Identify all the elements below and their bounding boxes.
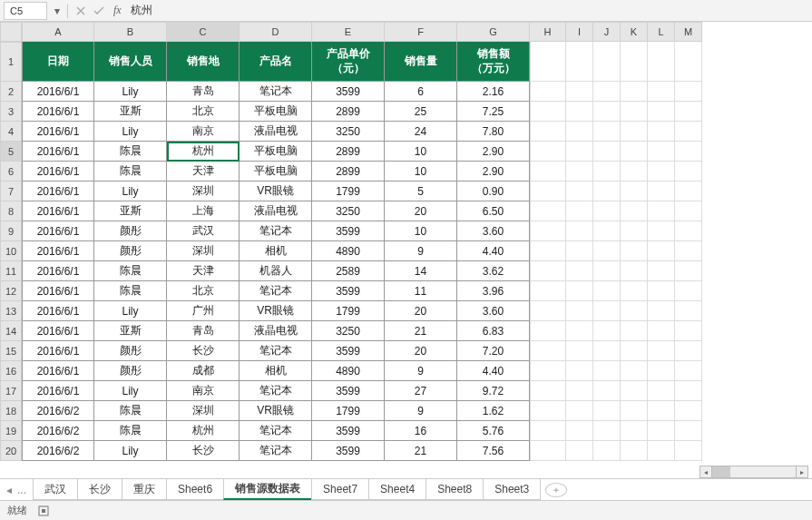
table-cell[interactable]: 4.40 — [457, 241, 530, 261]
table-cell[interactable]: 长沙 — [167, 441, 240, 461]
table-cell[interactable]: 陈晨 — [94, 401, 167, 421]
empty-cell[interactable] — [675, 102, 702, 122]
horizontal-scrollbar[interactable]: ◂ ▸ — [699, 466, 808, 478]
empty-cell[interactable] — [648, 122, 675, 142]
empty-cell[interactable] — [675, 321, 702, 341]
table-cell[interactable]: 2.90 — [457, 142, 530, 162]
table-cell[interactable]: 11 — [385, 281, 457, 301]
row-header-4[interactable]: 4 — [0, 122, 22, 142]
table-cell[interactable]: 2.16 — [457, 82, 530, 102]
empty-cell[interactable] — [648, 241, 675, 261]
table-cell[interactable]: 4890 — [312, 241, 385, 261]
table-cell[interactable]: 10 — [385, 162, 457, 182]
table-cell[interactable]: 2016/6/1 — [22, 182, 94, 201]
table-cell[interactable]: 10 — [385, 221, 457, 241]
table-cell[interactable]: 21 — [385, 441, 457, 461]
table-cell[interactable]: 2016/6/2 — [22, 441, 94, 461]
empty-cell[interactable] — [621, 102, 648, 122]
empty-cell[interactable] — [675, 261, 702, 281]
col-header-L[interactable]: L — [648, 22, 675, 42]
col-header-M[interactable]: M — [675, 22, 702, 42]
cancel-icon[interactable] — [72, 6, 90, 15]
empty-cell[interactable] — [593, 102, 621, 122]
table-cell[interactable]: 南京 — [167, 122, 240, 142]
table-cell[interactable]: 笔记本 — [240, 381, 312, 401]
col-header-G[interactable]: G — [457, 22, 530, 42]
empty-cell[interactable] — [566, 341, 593, 361]
col-header-E[interactable]: E — [312, 22, 385, 42]
table-cell[interactable]: 液晶电视 — [240, 321, 312, 341]
empty-cell[interactable] — [648, 421, 675, 441]
table-cell[interactable]: 笔记本 — [240, 221, 312, 241]
empty-cell[interactable] — [675, 281, 702, 301]
table-cell[interactable]: 3.96 — [457, 281, 530, 301]
table-header-cell[interactable]: 销售额（万元） — [457, 42, 530, 82]
table-cell[interactable]: 颜彤 — [94, 221, 167, 241]
empty-cell[interactable] — [621, 42, 648, 82]
table-cell[interactable]: Lily — [94, 182, 167, 201]
table-cell[interactable]: 深圳 — [167, 182, 240, 201]
table-cell[interactable]: 机器人 — [240, 261, 312, 281]
row-header-14[interactable]: 14 — [0, 321, 22, 341]
table-header-cell[interactable]: 销售人员 — [94, 42, 167, 82]
empty-cell[interactable] — [566, 142, 593, 162]
table-cell[interactable]: VR眼镜 — [240, 301, 312, 321]
table-cell[interactable]: 2899 — [312, 142, 385, 162]
table-cell[interactable]: 2016/6/1 — [22, 142, 94, 162]
col-header-K[interactable]: K — [621, 22, 648, 42]
table-cell[interactable]: 杭州 — [167, 421, 240, 441]
row-header-18[interactable]: 18 — [0, 401, 22, 421]
table-cell[interactable]: 3250 — [312, 122, 385, 142]
sheet-tab[interactable]: 销售源数据表 — [223, 479, 312, 500]
empty-cell[interactable] — [530, 221, 566, 241]
empty-cell[interactable] — [621, 201, 648, 221]
empty-cell[interactable] — [621, 441, 648, 461]
table-cell[interactable]: 颜彤 — [94, 361, 167, 381]
empty-cell[interactable] — [593, 441, 621, 461]
empty-cell[interactable] — [593, 182, 621, 201]
table-cell[interactable]: 陈晨 — [94, 261, 167, 281]
empty-cell[interactable] — [530, 441, 566, 461]
empty-cell[interactable] — [621, 122, 648, 142]
sheet-tab[interactable]: Sheet6 — [166, 479, 224, 500]
sheet-tab[interactable]: 长沙 — [77, 479, 122, 500]
table-cell[interactable]: 3599 — [312, 221, 385, 241]
empty-cell[interactable] — [593, 142, 621, 162]
empty-cell[interactable] — [648, 301, 675, 321]
tab-nav-buttons[interactable]: ◂ ... — [0, 484, 33, 496]
empty-cell[interactable] — [530, 361, 566, 381]
row-header-2[interactable]: 2 — [0, 82, 22, 102]
table-cell[interactable]: 平板电脑 — [240, 102, 312, 122]
empty-cell[interactable] — [530, 421, 566, 441]
table-cell[interactable]: 3250 — [312, 201, 385, 221]
row-header-17[interactable]: 17 — [0, 381, 22, 401]
table-cell[interactable]: 2016/6/1 — [22, 122, 94, 142]
table-cell[interactable]: 亚斯 — [94, 102, 167, 122]
empty-cell[interactable] — [593, 82, 621, 102]
table-cell[interactable]: 2016/6/1 — [22, 162, 94, 182]
empty-cell[interactable] — [675, 241, 702, 261]
fx-icon[interactable]: fx — [113, 4, 122, 17]
empty-cell[interactable] — [675, 421, 702, 441]
empty-cell[interactable] — [593, 241, 621, 261]
table-cell[interactable]: 4890 — [312, 361, 385, 381]
table-cell[interactable]: 3599 — [312, 82, 385, 102]
row-header-16[interactable]: 16 — [0, 361, 22, 381]
table-cell[interactable]: 青岛 — [167, 321, 240, 341]
table-cell[interactable]: 陈晨 — [94, 281, 167, 301]
table-cell[interactable]: 2016/6/1 — [22, 201, 94, 221]
empty-cell[interactable] — [566, 221, 593, 241]
table-cell[interactable]: 20 — [385, 301, 457, 321]
table-cell[interactable]: 3.62 — [457, 261, 530, 281]
empty-cell[interactable] — [621, 401, 648, 421]
empty-cell[interactable] — [675, 361, 702, 381]
empty-cell[interactable] — [593, 381, 621, 401]
table-cell[interactable]: 杭州 — [167, 142, 240, 162]
row-header-11[interactable]: 11 — [0, 261, 22, 281]
table-cell[interactable]: 20 — [385, 341, 457, 361]
empty-cell[interactable] — [530, 261, 566, 281]
formula-value[interactable]: 杭州 — [127, 3, 812, 18]
scroll-thumb[interactable] — [712, 466, 730, 477]
table-cell[interactable]: 2016/6/1 — [22, 321, 94, 341]
select-all-corner[interactable] — [0, 22, 22, 42]
